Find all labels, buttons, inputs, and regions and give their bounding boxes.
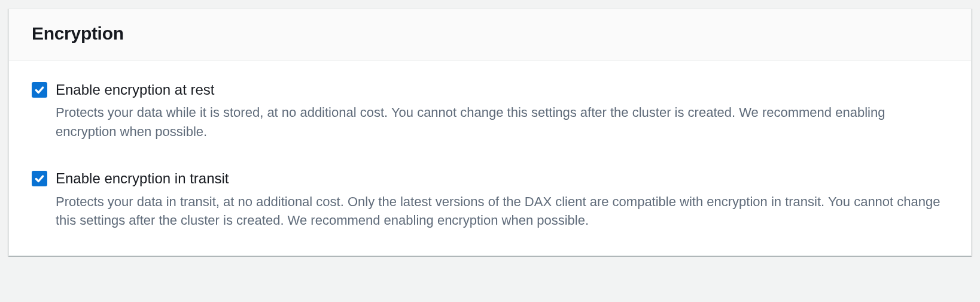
check-icon bbox=[34, 173, 45, 184]
option-label-at-rest[interactable]: Enable encryption at rest bbox=[56, 80, 948, 99]
panel-header: Encryption bbox=[9, 9, 971, 61]
option-description-at-rest: Protects your data while it is stored, a… bbox=[56, 103, 948, 141]
check-icon bbox=[34, 84, 45, 95]
checkbox-encryption-at-rest[interactable] bbox=[32, 82, 47, 98]
panel-title: Encryption bbox=[32, 23, 948, 44]
option-text: Enable encryption in transit Protects yo… bbox=[56, 169, 948, 230]
encryption-panel: Encryption Enable encryption at rest Pro… bbox=[8, 8, 972, 256]
option-text: Enable encryption at rest Protects your … bbox=[56, 80, 948, 141]
option-label-in-transit[interactable]: Enable encryption in transit bbox=[56, 169, 948, 188]
option-description-in-transit: Protects your data in transit, at no add… bbox=[56, 192, 948, 231]
option-encryption-at-rest: Enable encryption at rest Protects your … bbox=[32, 80, 948, 141]
option-encryption-in-transit: Enable encryption in transit Protects yo… bbox=[32, 169, 948, 230]
panel-body: Enable encryption at rest Protects your … bbox=[9, 61, 971, 255]
checkbox-encryption-in-transit[interactable] bbox=[32, 171, 47, 186]
